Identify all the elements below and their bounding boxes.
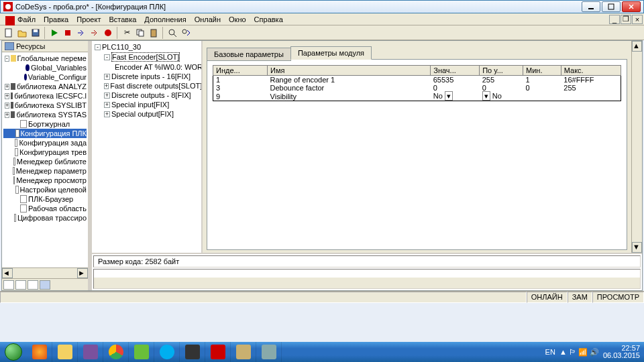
device-node[interactable]: +Discrete outputs - 8[FIX] (93, 90, 200, 100)
vscrollbar[interactable]: ▲▼ (631, 41, 642, 253)
menu-window[interactable]: Окно (225, 14, 250, 25)
col-header[interactable]: Мин. (523, 66, 561, 76)
cell-value[interactable]: 65535 (431, 76, 480, 84)
resources-hscroll[interactable]: ◄► (2, 267, 88, 278)
mdi-minimize-button[interactable]: _ (609, 15, 620, 24)
taskbar-explorer-icon[interactable] (52, 342, 78, 362)
tool-save-icon[interactable] (30, 27, 42, 39)
tab-pou-icon[interactable] (3, 280, 14, 290)
taskbar-utorrent-icon[interactable] (129, 342, 154, 362)
menu-extras[interactable]: Дополнения (140, 14, 190, 25)
tab-vis-icon[interactable] (28, 280, 38, 290)
col-header[interactable]: Инде... (213, 66, 268, 76)
mdi-close-button[interactable]: × (632, 15, 643, 24)
tree-item[interactable]: Конфигурация зада (3, 138, 87, 147)
taskbar-mediaplayer-icon[interactable] (180, 342, 205, 362)
mdi-restore-button[interactable]: ❐ (621, 15, 631, 24)
tray-icons[interactable]: ▲ 🏳 📶 🔊 (559, 348, 599, 357)
tree-item[interactable]: Настройки целевой (3, 185, 87, 194)
taskbar-chrome-icon[interactable] (103, 342, 129, 362)
device-tree[interactable]: -PLC110_30-Fast Encoder[SLOT]Encoder AT … (92, 41, 201, 120)
tool-break-icon[interactable] (102, 27, 114, 39)
tree-item[interactable]: Менеджер просмотр (3, 176, 87, 185)
tree-item[interactable]: Рабочая область (3, 204, 87, 213)
cell-value[interactable]: No ▾ (431, 92, 480, 101)
cell-value[interactable]: 0 (431, 84, 480, 92)
col-header[interactable]: По у... (480, 66, 523, 76)
tree-item[interactable]: ПЛК-Браузер (3, 194, 87, 204)
device-node[interactable]: +Special output[FIX] (93, 109, 200, 119)
expand-icon[interactable]: + (5, 112, 9, 118)
tree-item[interactable]: Variable_Configur (3, 72, 87, 82)
expand-icon[interactable]: + (104, 102, 110, 108)
col-header[interactable]: Имя (268, 66, 431, 76)
tree-item[interactable]: +библиотека SYSLIBT (3, 101, 87, 110)
menu-online[interactable]: Онлайн (191, 14, 225, 25)
tree-item[interactable]: Конфигурация трев (3, 147, 87, 157)
tool-find-icon[interactable] (166, 27, 178, 39)
menu-project[interactable]: Проект (72, 14, 105, 25)
menu-file[interactable]: Файл (13, 14, 40, 25)
taskbar-viber-icon[interactable] (78, 342, 103, 362)
expand-icon[interactable]: + (104, 74, 110, 80)
expand-icon[interactable]: + (104, 111, 110, 117)
tab-dt-icon[interactable] (15, 280, 26, 290)
param-table[interactable]: Инде...ИмяЗнач...По у...Мин.Макс.1Range … (213, 65, 621, 101)
device-node[interactable]: +Discrete inputs - 16[FIX] (93, 72, 200, 81)
tool-new-icon[interactable] (3, 27, 15, 39)
maximize-button[interactable] (602, 1, 621, 12)
tree-item[interactable]: Цифровая трассиро (3, 213, 87, 223)
expand-icon[interactable]: + (5, 93, 9, 99)
menu-insert[interactable]: Вставка (105, 14, 140, 25)
expand-icon[interactable]: - (104, 54, 110, 60)
tool-findnext-icon[interactable] (180, 27, 192, 39)
expand-icon[interactable]: + (104, 83, 109, 89)
tree-item[interactable]: Global_Variables (3, 63, 87, 72)
mdi-control-icon[interactable] (1, 15, 11, 24)
tool-paste-icon[interactable] (148, 27, 160, 39)
start-button[interactable] (0, 342, 27, 362)
close-button[interactable] (622, 1, 641, 12)
taskbar-app2-icon[interactable] (256, 342, 282, 362)
tab-module-params[interactable]: Параметры модуля (290, 46, 372, 60)
expand-icon[interactable]: - (5, 56, 9, 62)
tab-res-icon[interactable] (40, 280, 50, 290)
tool-step2-icon[interactable] (89, 27, 101, 39)
table-row[interactable]: 1Range of encoder 165535255116#FFFF (213, 76, 621, 84)
tool-step-icon[interactable] (75, 27, 87, 39)
device-node[interactable]: -Fast Encoder[SLOT] (93, 52, 200, 62)
tree-item[interactable]: +библиотека IECSFC.l (3, 91, 87, 101)
tool-run-icon[interactable] (48, 27, 60, 39)
expand-icon[interactable]: + (104, 93, 110, 99)
tool-stop-icon[interactable] (62, 27, 74, 39)
tool-copy-icon[interactable] (134, 27, 146, 39)
message-hscroll[interactable] (94, 278, 640, 288)
tree-item[interactable]: Бортжурнал (3, 119, 87, 129)
tree-item[interactable]: Конфигурация ПЛК (3, 129, 87, 138)
taskbar-app1-icon[interactable] (231, 342, 256, 362)
expand-icon[interactable]: + (5, 103, 9, 109)
taskbar-skype-icon[interactable] (154, 342, 180, 362)
resources-tree[interactable]: -Глобальные перемеGlobal_VariablesVariab… (2, 52, 88, 267)
device-node[interactable]: -PLC110_30 (93, 42, 200, 52)
tree-item[interactable]: -Глобальные переме (3, 54, 87, 63)
taskbar-firefox-icon[interactable] (27, 342, 52, 362)
minimize-button[interactable] (582, 1, 600, 12)
device-node[interactable]: +Fast discrete outputs[SLOT] (93, 81, 200, 90)
tool-cut-icon[interactable]: ✂ (121, 27, 133, 39)
tree-item[interactable]: Менеджер параметр (3, 166, 87, 176)
table-row[interactable]: 9VisibilityNo ▾▾ No (213, 92, 621, 101)
device-node[interactable]: Encoder AT %IW0.0: WOR (93, 62, 200, 72)
tray-lang[interactable]: EN (545, 348, 555, 356)
system-tray[interactable]: EN ▲ 🏳 📶 🔊 22:57 06.03.2015 (541, 345, 644, 359)
dropdown-icon[interactable]: ▾ (445, 91, 453, 101)
tab-base-params[interactable]: Базовые параметры (207, 48, 291, 61)
tool-open-icon[interactable] (16, 27, 28, 39)
device-node[interactable]: +Special input[FIX] (93, 100, 200, 109)
menu-help[interactable]: Справка (250, 14, 287, 25)
menu-edit[interactable]: Правка (40, 14, 72, 25)
tree-item[interactable]: +библиотека ANALYZ (3, 82, 87, 91)
expand-icon[interactable]: - (95, 44, 101, 50)
table-row[interactable]: 3Debounce factor000255 (213, 84, 621, 92)
col-header[interactable]: Знач... (431, 66, 480, 76)
